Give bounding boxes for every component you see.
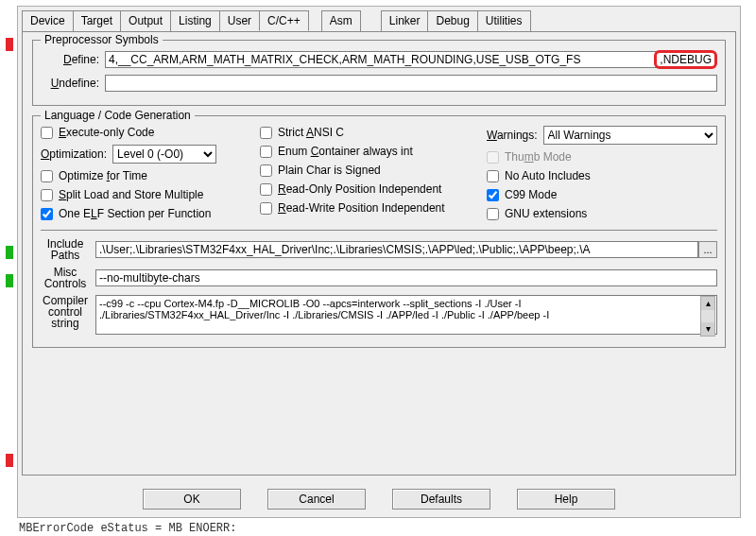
tab-linker[interactable]: Linker [381, 10, 429, 31]
include-paths-browse[interactable]: ... [698, 241, 717, 258]
warnings-label: Warnings: [487, 129, 538, 142]
tab-asm[interactable]: Asm [321, 10, 361, 31]
plain-char-label: Plain Char is Signed [278, 164, 381, 177]
noauto-label: No Auto Includes [505, 169, 591, 182]
optimize-time-label: Optimize for Time [59, 169, 147, 182]
readwrite-checkbox[interactable] [260, 202, 272, 215]
misc-label: Misc Controls [41, 267, 95, 289]
ndebug-highlight: ,NDEBUG [654, 50, 717, 69]
undefine-input[interactable] [105, 75, 717, 92]
readwrite-label: Read-Write Position Independent [278, 201, 445, 215]
gnu-checkbox[interactable] [487, 208, 499, 220]
help-button[interactable]: Help [517, 489, 615, 510]
compiler-label: Compiler control string [41, 295, 95, 329]
scroll-up-icon[interactable]: ▴ [701, 297, 714, 310]
c99-checkbox[interactable] [487, 189, 499, 201]
enum-container-label: Enum Container always int [278, 145, 413, 158]
optimization-select[interactable]: Level 0 (-O0) [112, 145, 216, 164]
language-legend: Language / Code Generation [41, 109, 195, 122]
c99-label: C99 Mode [505, 188, 557, 201]
cancel-button[interactable]: Cancel [267, 489, 366, 510]
optimize-time-checkbox[interactable] [41, 170, 53, 182]
misc-input[interactable] [95, 269, 717, 286]
include-paths-label: Include Paths [41, 238, 95, 261]
warnings-select[interactable]: All Warnings [543, 126, 717, 145]
define-label: Define: [41, 53, 105, 66]
scroll-down-icon[interactable]: ▾ [701, 322, 714, 336]
tab-listing[interactable]: Listing [170, 10, 220, 31]
tab-bar: Device Target Output Listing User C/C++ … [18, 7, 740, 31]
strict-ansi-checkbox[interactable] [260, 127, 272, 139]
tab-c-cpp[interactable]: C/C++ [259, 10, 309, 31]
one-elf-checkbox[interactable] [41, 208, 53, 220]
tab-user[interactable]: User [219, 10, 260, 31]
include-paths-input[interactable] [95, 241, 698, 258]
defaults-button[interactable]: Defaults [392, 489, 490, 510]
exec-only-checkbox[interactable] [41, 127, 53, 139]
optimization-label: Optimization: [41, 147, 107, 161]
readonly-checkbox[interactable] [260, 183, 272, 196]
tab-debug[interactable]: Debug [427, 10, 477, 31]
split-load-checkbox[interactable] [41, 189, 53, 201]
compiler-string-output: --c99 -c --cpu Cortex-M4.fp -D__MICROLIB… [95, 295, 717, 335]
split-load-label: Split Load and Store Multiple [59, 188, 203, 201]
strict-ansi-label: Strict ANSI C [278, 126, 344, 139]
tab-target[interactable]: Target [73, 10, 121, 31]
tab-device[interactable]: Device [22, 10, 74, 31]
button-bar: OK Cancel Defaults Help [18, 489, 740, 510]
compiler-scrollbar[interactable]: ▴ ▾ [700, 296, 715, 337]
tab-utilities[interactable]: Utilities [477, 10, 531, 31]
background-code: MBErrorCode eStatus = MB ENOERR: [19, 522, 236, 535]
noauto-checkbox[interactable] [487, 170, 499, 182]
thumb-checkbox [487, 151, 499, 164]
exec-only-label: Execute-only Code [59, 126, 154, 139]
language-group: Language / Code Generation Execute-only … [32, 115, 726, 348]
define-input[interactable] [105, 51, 659, 68]
enum-container-checkbox[interactable] [260, 146, 272, 158]
gnu-label: GNU extensions [505, 207, 587, 220]
preprocessor-legend: Preprocessor Symbols [41, 33, 163, 46]
options-dialog: Device Target Output Listing User C/C++ … [17, 6, 741, 518]
readonly-label: Read-Only Position Independent [278, 182, 441, 196]
thumb-label: Thumb Mode [505, 150, 572, 164]
plain-char-checkbox[interactable] [260, 164, 272, 177]
one-elf-label: One ELF Section per Function [59, 207, 211, 220]
preprocessor-group: Preprocessor Symbols Define: ,NDEBUG Und… [32, 40, 726, 106]
ok-button[interactable]: OK [143, 489, 241, 510]
undefine-label: Undefine: [41, 77, 105, 90]
c-cpp-panel: Preprocessor Symbols Define: ,NDEBUG Und… [22, 31, 736, 475]
tab-output[interactable]: Output [120, 10, 171, 31]
